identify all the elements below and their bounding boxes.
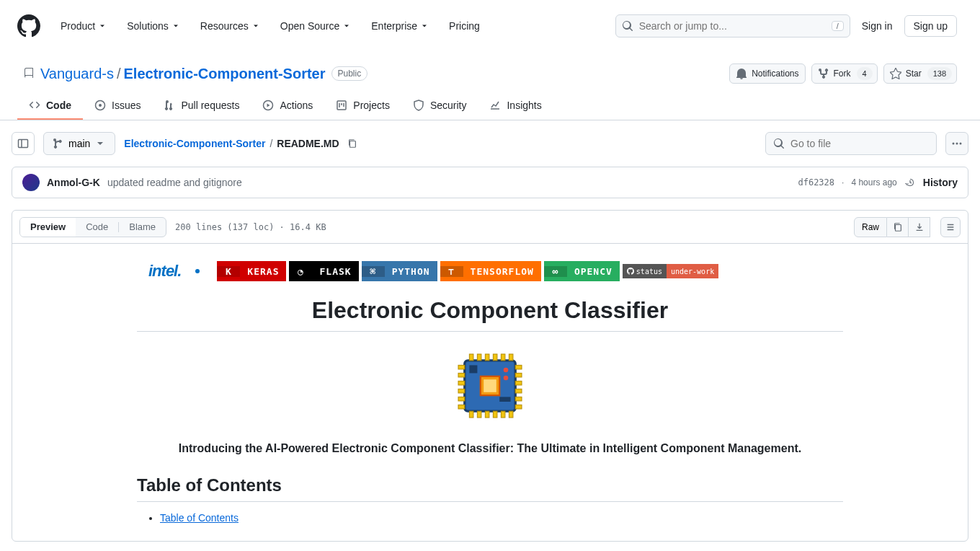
readme-body: intel. KKERAS ◔FLASK ⌘PYTHON ⊤TENSORFLOW… bbox=[12, 244, 968, 541]
chevron-down-icon bbox=[420, 22, 429, 30]
commit-message[interactable]: updated readme and gitignore bbox=[107, 177, 242, 188]
badge-status: statusunder-work bbox=[623, 264, 718, 278]
preview-tab[interactable]: Preview bbox=[20, 218, 76, 237]
fork-count: 4 bbox=[857, 67, 873, 80]
svg-rect-13 bbox=[469, 365, 477, 373]
code-tab[interactable]: Code bbox=[76, 218, 118, 237]
badge-keras: KKERAS bbox=[217, 261, 286, 281]
svg-point-14 bbox=[504, 368, 509, 373]
svg-rect-36 bbox=[515, 373, 522, 377]
file-toolbar: Preview Code Blame 200 lines (137 loc) ·… bbox=[12, 211, 968, 244]
chevron-down-icon bbox=[94, 138, 106, 149]
tab-security[interactable]: Security bbox=[401, 92, 478, 120]
search-icon bbox=[773, 138, 785, 149]
tab-actions[interactable]: Actions bbox=[251, 92, 324, 120]
badge-opencv: ∞OPENCV bbox=[544, 261, 620, 281]
nav-open-source[interactable]: Open Source bbox=[272, 14, 360, 38]
svg-rect-27 bbox=[501, 411, 505, 418]
nav-resources[interactable]: Resources bbox=[192, 14, 269, 38]
blame-tab[interactable]: Blame bbox=[119, 218, 166, 237]
primary-nav: Product Solutions Resources Open Source … bbox=[52, 14, 489, 38]
nav-product[interactable]: Product bbox=[52, 14, 115, 38]
notifications-button[interactable]: Notifications bbox=[729, 63, 805, 84]
copy-path-button[interactable] bbox=[344, 135, 361, 152]
download-icon bbox=[914, 222, 925, 232]
nav-pricing[interactable]: Pricing bbox=[440, 14, 489, 38]
chevron-down-icon bbox=[251, 22, 260, 30]
svg-rect-18 bbox=[477, 354, 481, 361]
tab-issues[interactable]: Issues bbox=[83, 92, 152, 120]
fork-icon bbox=[818, 68, 829, 79]
sign-in-link[interactable]: Sign in bbox=[862, 20, 893, 32]
copy-icon bbox=[347, 138, 357, 149]
owner-link[interactable]: Vanguard-s bbox=[40, 66, 114, 82]
kebab-icon bbox=[951, 138, 963, 149]
svg-rect-34 bbox=[458, 405, 465, 409]
svg-rect-33 bbox=[458, 397, 465, 401]
breadcrumb-file: README.MD bbox=[277, 138, 339, 149]
svg-point-7 bbox=[956, 143, 958, 145]
toc-list: Table of Contents bbox=[137, 512, 843, 524]
readme-tagline: Introducing the AI-Powered Electronic Co… bbox=[137, 442, 843, 455]
commit-author[interactable]: Anmol-G-K bbox=[47, 177, 100, 188]
svg-rect-17 bbox=[469, 354, 473, 361]
tab-projects[interactable]: Projects bbox=[324, 92, 401, 120]
svg-point-6 bbox=[953, 143, 955, 145]
view-segment: Preview Code Blame bbox=[19, 217, 166, 237]
pull-request-icon bbox=[164, 100, 175, 111]
search-shortcut-key: / bbox=[832, 21, 844, 31]
svg-point-15 bbox=[504, 376, 509, 381]
sidebar-toggle-button[interactable] bbox=[12, 132, 35, 155]
svg-rect-23 bbox=[469, 411, 473, 418]
branch-select-button[interactable]: main bbox=[43, 132, 115, 155]
commit-time: 4 hours ago bbox=[851, 177, 896, 188]
readme-title: Electronic Component Classifier bbox=[137, 297, 843, 332]
outline-button[interactable] bbox=[940, 217, 961, 237]
shield-icon bbox=[413, 100, 424, 111]
badge-dot bbox=[195, 269, 200, 273]
svg-rect-9 bbox=[895, 224, 901, 231]
svg-rect-31 bbox=[458, 381, 465, 385]
raw-button[interactable]: Raw bbox=[854, 217, 887, 237]
avatar[interactable] bbox=[22, 174, 40, 191]
nav-enterprise[interactable]: Enterprise bbox=[362, 14, 437, 38]
repo-nav: Code Issues Pull requests Actions Projec… bbox=[0, 92, 980, 120]
nav-solutions[interactable]: Solutions bbox=[118, 14, 189, 38]
go-to-file-input[interactable] bbox=[765, 132, 937, 155]
fork-button[interactable]: Fork 4 bbox=[811, 63, 878, 84]
svg-rect-32 bbox=[458, 389, 465, 393]
download-button[interactable] bbox=[909, 217, 930, 237]
chevron-down-icon bbox=[342, 22, 351, 30]
toc-link-toc[interactable]: Table of Contents bbox=[160, 512, 239, 524]
search-icon bbox=[622, 20, 633, 32]
breadcrumb-repo-link[interactable]: Electronic-Component-Sorter bbox=[124, 138, 265, 149]
badge-tensorflow: ⊤TENSORFLOW bbox=[440, 261, 541, 281]
tab-pull-requests[interactable]: Pull requests bbox=[152, 92, 251, 120]
hero-image bbox=[137, 346, 843, 428]
svg-rect-20 bbox=[493, 354, 497, 361]
file-header-row: main Electronic-Component-Sorter / READM… bbox=[12, 132, 968, 155]
global-search[interactable]: / bbox=[615, 14, 850, 38]
search-input[interactable] bbox=[639, 20, 826, 32]
commit-sha[interactable]: df62328 bbox=[798, 177, 834, 188]
star-count: 138 bbox=[927, 67, 952, 80]
history-icon bbox=[904, 177, 916, 188]
tab-insights[interactable]: Insights bbox=[478, 92, 553, 120]
svg-rect-35 bbox=[515, 365, 522, 369]
star-button[interactable]: Star 138 bbox=[883, 63, 957, 84]
tab-code[interactable]: Code bbox=[17, 92, 83, 120]
history-link[interactable]: History bbox=[923, 177, 958, 188]
more-options-button[interactable] bbox=[945, 132, 968, 155]
copy-raw-button[interactable] bbox=[887, 217, 909, 237]
svg-rect-40 bbox=[515, 405, 522, 409]
sidebar-collapse-icon bbox=[17, 138, 29, 149]
svg-rect-38 bbox=[515, 389, 522, 393]
github-logo-icon[interactable] bbox=[17, 14, 40, 38]
repo-link[interactable]: Electronic-Component-Sorter bbox=[123, 66, 325, 82]
chevron-down-icon bbox=[98, 22, 107, 30]
svg-rect-21 bbox=[501, 354, 505, 361]
list-icon bbox=[945, 222, 956, 232]
sign-up-button[interactable]: Sign up bbox=[904, 15, 957, 37]
visibility-badge: Public bbox=[331, 66, 368, 81]
project-icon bbox=[336, 100, 347, 111]
